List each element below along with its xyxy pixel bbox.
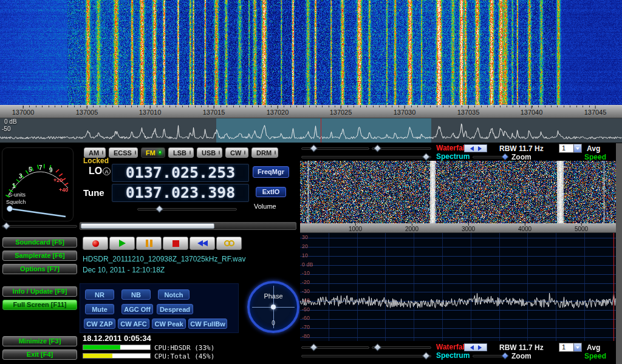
mode-button-cw[interactable]: CW bbox=[225, 147, 248, 158]
nr-button[interactable]: NR bbox=[85, 289, 114, 300]
lo-frequency-display[interactable]: 0137.025.253 bbox=[112, 164, 249, 182]
recording-date: Dec 10, 2011 - 12:10:18Z bbox=[83, 266, 165, 274]
db-tick: 30 bbox=[302, 234, 308, 240]
info-update-button[interactable]: Info / Update [F9] bbox=[2, 286, 77, 297]
phase-indicator: Phase 0 bbox=[247, 281, 299, 333]
db-tick: -40 bbox=[302, 297, 310, 303]
arrow-right-icon[interactable] bbox=[478, 146, 482, 151]
waterfall-lower-limit-slider[interactable] bbox=[372, 344, 431, 351]
overview-spectrum-canvas[interactable] bbox=[0, 118, 622, 143]
smeter-sunits-label: S-units bbox=[9, 192, 26, 198]
shift-arrows[interactable] bbox=[464, 343, 487, 351]
despread-button[interactable]: Despread bbox=[157, 304, 193, 314]
waterfall-lower-limit-slider[interactable] bbox=[372, 145, 431, 152]
zoom-slider[interactable] bbox=[473, 352, 508, 359]
loop-button[interactable] bbox=[216, 237, 242, 250]
loop-icon bbox=[224, 240, 234, 246]
arrow-left-icon[interactable] bbox=[470, 146, 474, 151]
play-button[interactable] bbox=[109, 237, 135, 250]
freq-tick: 137035 bbox=[457, 106, 480, 116]
soundcard-button[interactable]: Soundcard [F5] bbox=[2, 237, 77, 248]
mode-button-fm[interactable]: FM bbox=[141, 147, 165, 158]
spectrum-label[interactable]: Spectrum bbox=[436, 351, 470, 360]
exit-button[interactable]: Exit [F4] bbox=[2, 349, 77, 360]
freq-tick: 137000 bbox=[12, 106, 35, 116]
mode-button-drm[interactable]: DRM bbox=[251, 147, 278, 158]
brightness-slider[interactable] bbox=[301, 153, 431, 160]
samplerate-button[interactable]: Samplerate [F6] bbox=[2, 251, 77, 261]
db-tick: -70 bbox=[302, 324, 310, 330]
db-tick: -10 bbox=[302, 270, 310, 276]
freq-tick: 137025 bbox=[330, 106, 352, 116]
zoom-label: Zoom bbox=[511, 153, 531, 161]
agc-button[interactable]: AGC Off bbox=[121, 304, 153, 314]
mode-button-lsb[interactable]: LSB bbox=[168, 147, 194, 158]
phase-value: 0 bbox=[250, 320, 297, 326]
cw-fullbw-button[interactable]: CW FullBw bbox=[188, 318, 227, 329]
arrow-right-icon[interactable] bbox=[478, 345, 482, 350]
minimize-button[interactable]: Minimize [F3] bbox=[2, 336, 77, 346]
led-icon bbox=[102, 150, 103, 155]
combo-dropdown-icon[interactable] bbox=[573, 343, 581, 351]
db-tick: -60 bbox=[302, 315, 310, 321]
pause-button[interactable] bbox=[136, 237, 162, 250]
waterfall-upper-limit-slider[interactable] bbox=[301, 344, 369, 351]
cpu-total-bar bbox=[83, 353, 151, 359]
lo-a-badge-icon[interactable]: A bbox=[103, 167, 111, 175]
fullscreen-button[interactable]: Full Screen [F11] bbox=[2, 300, 77, 310]
x-tick: 4000 bbox=[518, 223, 531, 232]
cw-zap-button[interactable]: CW ZAP bbox=[84, 318, 115, 329]
nb-button[interactable]: NB bbox=[121, 289, 151, 300]
recording-filename: HDSDR_20111210_120938Z_137025kHz_RF.wav bbox=[83, 255, 245, 263]
stop-icon bbox=[173, 240, 179, 247]
speed-select[interactable]: 1 bbox=[559, 144, 582, 153]
frequency-ruler[interactable]: 137000 137005 137010 137015 137020 13702… bbox=[0, 105, 622, 118]
freq-tick: 137015 bbox=[203, 106, 225, 116]
cpu-hdsdr-text: CPU:HDSDR (33%) bbox=[154, 344, 214, 352]
mode-button-ecss[interactable]: ECSS bbox=[109, 147, 138, 158]
mute-button[interactable]: Mute bbox=[85, 304, 114, 314]
band-scroll-slider[interactable] bbox=[80, 222, 296, 230]
rf-frequency-ruler[interactable]: 1000 2000 3000 4000 5000 bbox=[300, 223, 616, 233]
combo-dropdown-icon[interactable] bbox=[573, 144, 581, 152]
notch-button[interactable]: Notch bbox=[158, 289, 190, 300]
x-tick: 5000 bbox=[575, 223, 588, 232]
tune-frequency-display[interactable]: 0137.023.398 bbox=[112, 184, 249, 202]
arrow-left-icon[interactable] bbox=[470, 345, 474, 350]
shift-arrows[interactable] bbox=[464, 144, 487, 152]
rf-spectrum-display[interactable]: 30 20 10 0 dB -10 -20 -30 -40 -50 -60 -7… bbox=[300, 233, 616, 341]
record-button[interactable] bbox=[83, 237, 108, 250]
speed-select[interactable]: 1 bbox=[559, 343, 582, 352]
cpu-hdsdr-bar bbox=[83, 345, 151, 350]
hdsdr-window: 137000 137005 137010 137015 137020 13702… bbox=[0, 0, 622, 364]
s-meter: 1 3 5 7 9 +20 +40 S-units Squelch bbox=[2, 147, 73, 221]
cw-afc-button[interactable]: CW AFC bbox=[118, 318, 149, 329]
mode-label: AM bbox=[89, 149, 99, 157]
x-tick: 3000 bbox=[462, 223, 475, 232]
waterfall-upper-limit-slider[interactable] bbox=[301, 145, 369, 152]
band-scroll-handle[interactable] bbox=[81, 223, 214, 229]
volume-slider[interactable] bbox=[137, 205, 237, 213]
led-icon bbox=[135, 150, 136, 155]
freq-tick: 137010 bbox=[139, 106, 162, 116]
db-tick: -50 bbox=[302, 306, 310, 312]
display-controls-bottom: Waterfall RBW 11.7 Hz 1 Avg Spectrum Zoo… bbox=[299, 343, 622, 360]
stop-button[interactable] bbox=[163, 237, 188, 250]
brightness-slider[interactable] bbox=[301, 352, 431, 359]
options-button[interactable]: Options [F7] bbox=[2, 264, 77, 274]
main-waterfall-display[interactable] bbox=[0, 0, 622, 105]
waterfall-label[interactable]: Waterfall bbox=[436, 144, 466, 152]
freqmgr-button[interactable]: FreqMgr bbox=[253, 166, 289, 178]
overview-spectrum[interactable]: 0 dB -50 bbox=[0, 118, 622, 143]
zoom-slider[interactable] bbox=[473, 153, 508, 160]
spectrum-label[interactable]: Spectrum bbox=[436, 152, 470, 161]
mode-button-usb[interactable]: USB bbox=[197, 147, 222, 158]
rf-waterfall-display[interactable] bbox=[300, 161, 616, 223]
cw-peak-button[interactable]: CW Peak bbox=[152, 318, 186, 329]
squelch-slider[interactable] bbox=[2, 222, 77, 230]
rewind-button[interactable] bbox=[190, 237, 215, 250]
waterfall-label[interactable]: Waterfall bbox=[436, 343, 466, 351]
rewind-icon bbox=[197, 240, 208, 246]
extio-button[interactable]: ExtIO bbox=[256, 187, 286, 197]
smeter-scale-9: 9 bbox=[49, 167, 53, 174]
